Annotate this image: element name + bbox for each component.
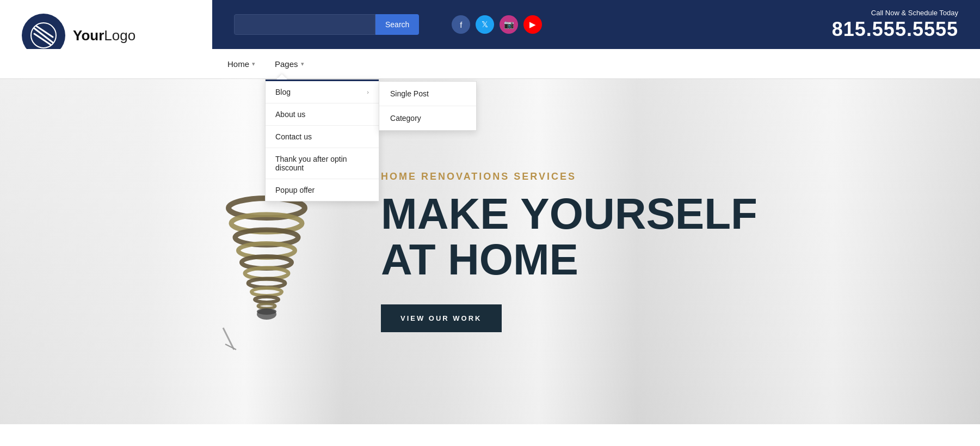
about-label: About us <box>275 110 305 119</box>
svg-line-18 <box>225 344 236 350</box>
svg-point-13 <box>255 297 279 302</box>
pages-dropdown: Blog › Single Post Category About us Con… <box>265 79 379 201</box>
top-bar-left: Search f 𝕏 📷 ▶ <box>234 14 832 35</box>
nav-pages-label: Pages <box>275 59 298 69</box>
blog-chevron-icon: › <box>367 89 369 95</box>
social-icons: f 𝕏 📷 ▶ <box>452 15 542 34</box>
hero-title-line1: MAKE YOURSELF <box>381 190 757 238</box>
home-chevron-icon: ▾ <box>252 60 255 68</box>
dropdown-item-thankyou[interactable]: Thank you after optin discount <box>266 148 379 179</box>
dropdown-item-about[interactable]: About us <box>266 103 379 126</box>
phone-number: 815.555.5555 <box>832 18 958 41</box>
thankyou-label: Thank you after optin discount <box>275 155 369 172</box>
contact-label: Contact us <box>275 132 312 141</box>
submenu-category[interactable]: Category <box>379 106 476 130</box>
twitter-icon[interactable]: 𝕏 <box>476 15 494 34</box>
blog-submenu: Single Post Category <box>379 81 477 131</box>
blog-label: Blog <box>275 88 291 96</box>
dropdown-item-contact[interactable]: Contact us <box>266 126 379 148</box>
top-bar: Search f 𝕏 📷 ▶ Call Now & Schedule Today… <box>212 0 980 49</box>
pages-chevron-icon: ▾ <box>301 60 304 68</box>
hero-section: HOME RENOVATIONS SERVICES MAKE YOURSELF … <box>0 79 980 424</box>
popup-label: Popup offer <box>275 186 315 194</box>
call-label: Call Now & Schedule Today <box>832 9 958 17</box>
top-bar-right: Call Now & Schedule Today 815.555.5555 <box>832 9 958 41</box>
hero-title-line2: AT HOME <box>381 235 578 284</box>
nav-home-label: Home <box>227 59 249 69</box>
dropdown-item-blog[interactable]: Blog › Single Post Category <box>266 80 379 103</box>
search-form: Search <box>234 14 419 35</box>
facebook-icon[interactable]: f <box>452 15 470 34</box>
hero-subtitle: HOME RENOVATIONS SERVICES <box>381 171 757 182</box>
hero-cta-button[interactable]: VIEW OUR WORK <box>381 304 502 332</box>
logo-text: YourLogo <box>73 27 135 44</box>
youtube-icon[interactable]: ▶ <box>523 15 542 34</box>
svg-point-16 <box>257 308 276 315</box>
hero-content: HOME RENOVATIONS SERVICES MAKE YOURSELF … <box>381 171 757 332</box>
dropdown-arrow <box>276 74 287 80</box>
nav-pages[interactable]: Pages ▾ Blog › Single Post Category Abou… <box>265 49 314 79</box>
dropdown-item-popup[interactable]: Popup offer <box>266 179 379 201</box>
svg-point-12 <box>251 288 282 296</box>
hero-title: MAKE YOURSELF AT HOME <box>381 191 757 283</box>
search-input[interactable] <box>234 14 375 35</box>
svg-point-11 <box>248 279 285 288</box>
svg-point-14 <box>258 304 275 308</box>
submenu-single-post[interactable]: Single Post <box>379 82 476 106</box>
nav-bar: Home ▾ Pages ▾ Blog › Single Post Catego… <box>0 49 980 79</box>
instagram-icon[interactable]: 📷 <box>500 15 518 34</box>
search-button[interactable]: Search <box>375 14 419 35</box>
nav-home[interactable]: Home ▾ <box>218 49 265 79</box>
